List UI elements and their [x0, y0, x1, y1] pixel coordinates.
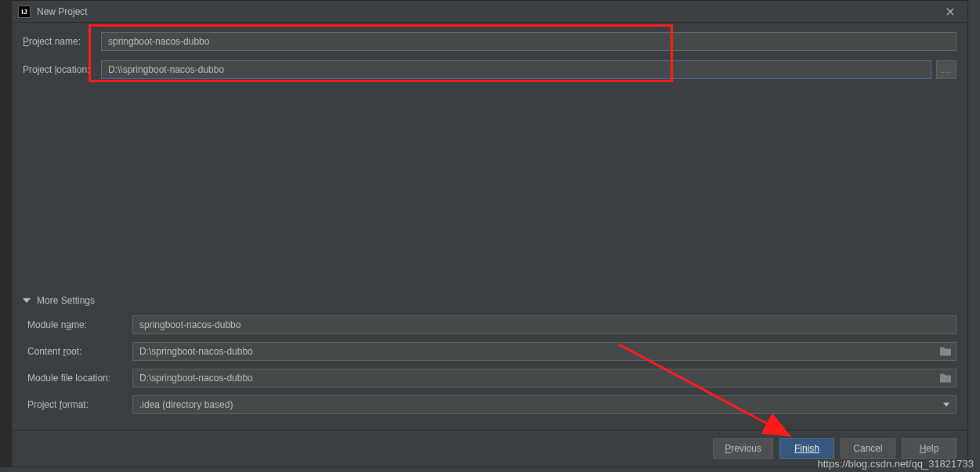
chevron-down-icon	[23, 298, 31, 303]
new-project-dialog: IJ New Project PProject name:roject name…	[11, 0, 968, 467]
content-root-row: Content root: D:\springboot-nacos-dubbo	[27, 342, 956, 361]
module-file-location-label: Module file location:	[27, 373, 132, 384]
project-name-input[interactable]	[101, 32, 956, 51]
chevron-down-icon	[943, 403, 949, 407]
project-location-label: Project location:	[23, 64, 101, 75]
project-location-row: Project location: ...	[23, 60, 956, 79]
content-root-input[interactable]: D:\springboot-nacos-dubbo	[132, 342, 956, 361]
folder-icon[interactable]	[940, 348, 951, 356]
module-name-input[interactable]	[132, 315, 956, 334]
watermark-text: https://blog.csdn.net/qq_31821733	[818, 458, 975, 470]
dialog-spacer	[12, 92, 967, 292]
module-name-label: Module name:	[27, 319, 132, 330]
titlebar: IJ New Project	[12, 1, 967, 23]
browse-location-button[interactable]: ...	[936, 60, 956, 79]
close-icon	[946, 8, 954, 16]
project-format-label: Project format:	[27, 399, 132, 410]
more-settings-toggle[interactable]: More Settings	[12, 292, 967, 309]
editor-bg-right	[968, 0, 980, 467]
folder-icon[interactable]	[940, 374, 951, 383]
project-name-label: PProject name:roject name:	[23, 36, 101, 47]
more-settings-panel: Module name: Content root: D:\springboot…	[12, 309, 967, 430]
finish-button[interactable]: Finish	[779, 438, 834, 459]
previous-button[interactable]: Previous	[713, 438, 773, 459]
module-name-row: Module name:	[27, 315, 956, 334]
form-area: PProject name:roject name: Project locat…	[12, 23, 967, 92]
module-file-location-input[interactable]: D:\springboot-nacos-dubbo	[132, 369, 956, 387]
project-format-row: Project format: .idea (directory based)	[27, 395, 956, 414]
editor-gutter-bg	[0, 0, 11, 467]
content-root-label: Content root:	[27, 346, 132, 357]
help-button[interactable]: Help	[902, 438, 956, 459]
module-file-location-row: Module file location: D:\springboot-naco…	[27, 369, 956, 387]
project-location-input[interactable]	[101, 60, 931, 79]
intellij-icon: IJ	[18, 5, 31, 18]
window-title: New Project	[37, 6, 939, 17]
project-format-select[interactable]: .idea (directory based)	[132, 395, 956, 414]
more-settings-label: More Settings	[37, 295, 95, 306]
close-button[interactable]	[939, 2, 961, 22]
project-name-row: PProject name:roject name:	[23, 32, 956, 51]
cancel-button[interactable]: Cancel	[841, 438, 895, 459]
